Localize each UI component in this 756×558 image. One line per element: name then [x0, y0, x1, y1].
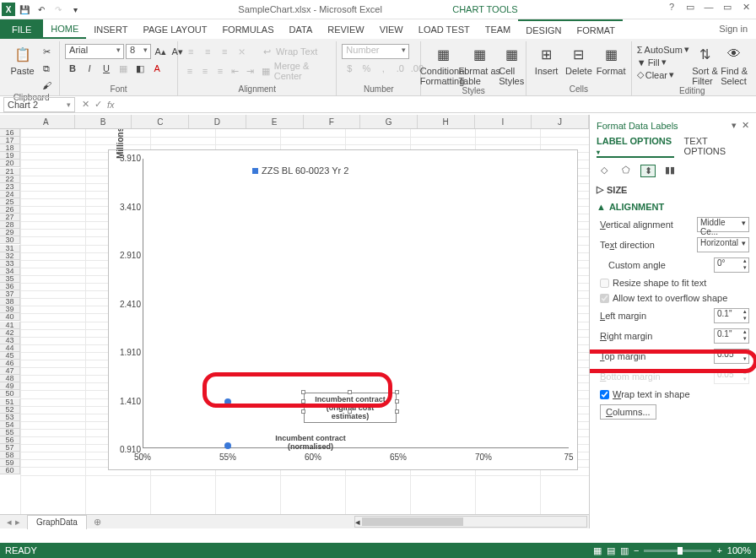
- fx-icon[interactable]: fx: [107, 100, 115, 110]
- paste-button[interactable]: 📋 Paste: [8, 44, 36, 76]
- col-header[interactable]: H: [418, 115, 475, 128]
- fill-icon: ▼: [637, 57, 646, 68]
- col-header[interactable]: E: [246, 115, 304, 128]
- border-icon[interactable]: ▦: [116, 61, 131, 76]
- find-select-button[interactable]: 👁Find & Select: [721, 44, 748, 86]
- cut-icon[interactable]: ✂: [39, 44, 54, 59]
- sheet-tab-graphdata[interactable]: GraphData: [27, 515, 87, 529]
- col-header[interactable]: I: [475, 115, 532, 128]
- custom-angle-spinner[interactable]: 0°: [714, 257, 749, 273]
- align-top-icon: ≡: [183, 44, 198, 59]
- fill-color-icon[interactable]: ◧: [132, 61, 148, 76]
- text-direction-select[interactable]: Horizontal: [697, 237, 749, 252]
- data-point[interactable]: [224, 442, 231, 449]
- label-options-icon[interactable]: ▮▮: [662, 165, 678, 177]
- cell-styles-icon: ▦: [501, 44, 521, 64]
- underline-button[interactable]: U: [99, 61, 114, 76]
- effects-icon[interactable]: ⬠: [618, 165, 634, 177]
- copy-icon[interactable]: ⧉: [39, 61, 54, 76]
- tab-review[interactable]: REVIEW: [320, 19, 371, 39]
- tab-home[interactable]: HOME: [43, 19, 86, 39]
- tab-page-layout[interactable]: PAGE LAYOUT: [135, 19, 214, 39]
- pane-tab-label-options[interactable]: LABEL OPTIONS: [597, 136, 674, 158]
- tab-load-test[interactable]: LOAD TEST: [411, 19, 478, 39]
- col-header[interactable]: A: [18, 115, 75, 128]
- increase-font-icon[interactable]: A▴: [153, 44, 168, 59]
- selection-handle[interactable]: [395, 390, 399, 394]
- tab-chart-format[interactable]: FORMAT: [569, 21, 623, 39]
- tab-chart-design[interactable]: DESIGN: [518, 21, 569, 39]
- col-header[interactable]: J: [532, 115, 589, 128]
- horizontal-scrollbar[interactable]: ◂: [354, 516, 587, 528]
- fill-button[interactable]: ▼ Fill ▾: [637, 57, 689, 68]
- x-tick: 50%: [134, 452, 151, 462]
- grid-body[interactable]: Millions ZZS BL 60-0023 Yr 2 0.9101.4101…: [0, 129, 589, 514]
- x-axis[interactable]: [143, 447, 569, 448]
- col-header[interactable]: D: [189, 115, 246, 128]
- tab-team[interactable]: TEAM: [478, 19, 519, 39]
- zoom-slider[interactable]: [644, 550, 711, 552]
- col-header[interactable]: G: [360, 115, 418, 128]
- view-page-layout-icon[interactable]: ▤: [607, 545, 615, 556]
- left-margin-spinner[interactable]: 0.1": [714, 308, 749, 323]
- view-normal-icon[interactable]: ▦: [593, 545, 602, 556]
- font-name-dropdown[interactable]: Arial: [65, 44, 124, 59]
- tab-view[interactable]: VIEW: [372, 19, 411, 39]
- row-header[interactable]: 60: [0, 467, 20, 474]
- y-axis[interactable]: [143, 159, 143, 448]
- tab-data[interactable]: DATA: [282, 19, 321, 39]
- sheet-nav[interactable]: ◂▸: [0, 517, 27, 528]
- ribbon-display-icon[interactable]: ▭: [683, 2, 697, 13]
- minimize-icon[interactable]: —: [702, 2, 716, 13]
- group-number: Number $ % , .0 .00 Number: [337, 41, 421, 95]
- vertical-alignment-select[interactable]: Middle Ce...: [697, 217, 749, 232]
- enter-formula-icon[interactable]: ✓: [94, 99, 102, 110]
- clear-button[interactable]: ◇ Clear ▾: [637, 69, 689, 80]
- section-alignment[interactable]: ▲ALIGNMENT: [597, 202, 749, 212]
- zoom-out-icon[interactable]: −: [634, 545, 639, 555]
- zoom-level[interactable]: 100%: [727, 545, 751, 555]
- cancel-formula-icon[interactable]: ✕: [82, 99, 89, 110]
- font-color-icon[interactable]: A: [149, 61, 165, 76]
- sign-in-link[interactable]: Sign in: [719, 19, 748, 39]
- merge-label: Merge & Center: [274, 61, 332, 81]
- pane-menu-icon[interactable]: ▾ ✕: [732, 120, 749, 131]
- font-size-dropdown[interactable]: 8: [126, 44, 151, 59]
- selection-handle[interactable]: [348, 409, 352, 414]
- tab-formulas[interactable]: FORMULAS: [214, 19, 281, 39]
- selection-handle[interactable]: [301, 409, 305, 414]
- legend-text: ZZS BL 60-0023 Yr 2: [262, 165, 348, 176]
- chart-legend[interactable]: ZZS BL 60-0023 Yr 2: [252, 165, 348, 176]
- columns-button[interactable]: Columns...: [600, 404, 656, 420]
- chart-object[interactable]: Millions ZZS BL 60-0023 Yr 2 0.9101.4101…: [108, 149, 578, 470]
- col-header[interactable]: C: [132, 115, 189, 128]
- x-tick: 65%: [390, 452, 407, 462]
- tab-file[interactable]: FILE: [0, 19, 43, 39]
- section-size[interactable]: ▷SIZE: [597, 184, 749, 195]
- pane-tab-text-options[interactable]: TEXT OPTIONS: [684, 136, 749, 158]
- format-painter-icon[interactable]: 🖌: [39, 78, 54, 93]
- view-page-break-icon[interactable]: ▥: [620, 545, 629, 556]
- help-icon[interactable]: ?: [665, 2, 678, 13]
- zoom-in-icon[interactable]: +: [716, 545, 721, 555]
- autosum-button[interactable]: Σ AutoSum ▾: [637, 44, 689, 55]
- group-styles: ▦Conditional Formatting ▦Format as Table…: [421, 41, 526, 95]
- selection-handle[interactable]: [395, 399, 399, 404]
- maximize-icon[interactable]: ▭: [721, 2, 734, 13]
- wrap-text-checkbox[interactable]: [600, 390, 609, 399]
- bold-button[interactable]: B: [65, 61, 80, 76]
- col-header[interactable]: F: [304, 115, 361, 128]
- right-margin-spinner[interactable]: 0.1": [714, 328, 749, 344]
- worksheet-area: ABCDEFGHIJ Millions ZZS BL 60-0023 Yr 2 …: [0, 115, 589, 528]
- italic-button[interactable]: I: [82, 61, 97, 76]
- tab-insert[interactable]: INSERT: [86, 19, 135, 39]
- selection-handle[interactable]: [395, 409, 399, 414]
- data-label[interactable]: Incumbent contract (normalised): [268, 434, 353, 451]
- sort-filter-button[interactable]: ⇅Sort & Filter: [692, 44, 718, 86]
- size-properties-icon[interactable]: ⬍: [640, 165, 656, 177]
- add-sheet-button[interactable]: ⊕: [87, 517, 108, 528]
- fill-line-icon[interactable]: ◇: [597, 165, 612, 177]
- col-header[interactable]: B: [75, 115, 132, 128]
- close-icon[interactable]: ✕: [739, 2, 753, 13]
- name-box[interactable]: Chart 2▾: [3, 97, 75, 112]
